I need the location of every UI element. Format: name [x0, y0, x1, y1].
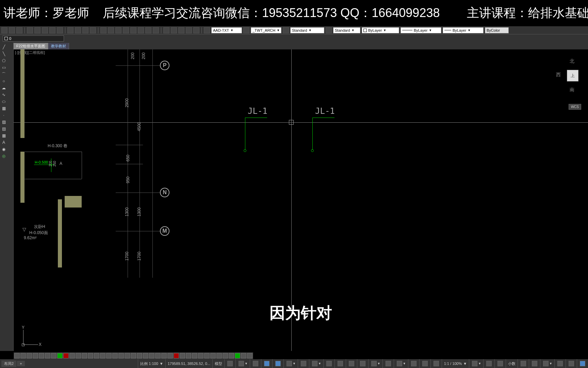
palette-icon[interactable]: [143, 353, 148, 358]
palette-icon[interactable]: [94, 353, 99, 358]
tb-icon[interactable]: [153, 27, 159, 33]
tb-icon[interactable]: [186, 27, 192, 33]
viewcube-top-face[interactable]: 上: [567, 70, 578, 81]
palette-icon[interactable]: [216, 353, 222, 358]
palette-icon[interactable]: [137, 353, 142, 358]
palette-icon[interactable]: [14, 353, 20, 358]
drawing-tab[interactable]: F22给排水平面图: [14, 43, 48, 49]
palette-icon[interactable]: [27, 353, 32, 358]
text-tool-icon[interactable]: A: [1, 139, 7, 145]
viewcube-west[interactable]: 西: [556, 72, 561, 78]
tb-icon[interactable]: [1, 27, 7, 33]
model-viewport[interactable]: [-][俯视][二维线框] 北 西 南 上 WCS P N M: [14, 49, 588, 351]
mlstyle-dropdown[interactable]: Standard▼: [333, 27, 360, 33]
status-icon[interactable]: [301, 361, 306, 366]
layer-dropdown[interactable]: 0: [3, 35, 64, 42]
revcloud-tool-icon[interactable]: ☁: [1, 85, 7, 91]
status-icon[interactable]: [397, 361, 402, 366]
status-icon[interactable]: [371, 361, 377, 366]
spline-tool-icon[interactable]: ∿: [1, 92, 7, 98]
dimstyle-dropdown[interactable]: _TWT_ARCH▼: [251, 27, 281, 33]
status-icon[interactable]: [434, 361, 439, 366]
pline-tool-icon[interactable]: ╲: [1, 51, 7, 57]
palette-icon[interactable]: [223, 353, 228, 358]
status-icon[interactable]: [411, 361, 416, 366]
palette-icon[interactable]: [39, 353, 44, 358]
palette-icon[interactable]: [118, 353, 124, 358]
gear-icon[interactable]: [472, 361, 477, 366]
lineweight-toggle-icon[interactable]: [338, 361, 343, 366]
palette-icon[interactable]: [161, 353, 167, 358]
customize-icon[interactable]: [580, 361, 585, 366]
model-toggle[interactable]: 模型: [212, 359, 224, 368]
wcs-label[interactable]: WCS: [569, 104, 581, 110]
palette-icon[interactable]: [155, 353, 161, 358]
palette-icon[interactable]: [167, 353, 173, 358]
palette-icon[interactable]: [241, 353, 246, 358]
gradient-tool-icon[interactable]: ◉: [1, 146, 7, 152]
status-icon[interactable]: [326, 361, 332, 366]
palette-icon[interactable]: [125, 353, 130, 358]
palette-icon[interactable]: [247, 353, 252, 358]
ortho-toggle-icon[interactable]: [253, 361, 258, 366]
palette-icon[interactable]: [106, 353, 112, 358]
transparency-toggle-icon[interactable]: [349, 361, 354, 366]
viewcube-south[interactable]: 南: [570, 87, 574, 93]
palette-icon[interactable]: [174, 353, 179, 358]
tb-icon[interactable]: [42, 27, 48, 33]
tablestyle-icon[interactable]: [283, 27, 289, 33]
palette-icon[interactable]: [235, 353, 240, 358]
polar-toggle-icon[interactable]: [264, 361, 270, 366]
textstyle-dropdown[interactable]: AAD-TXT▼: [211, 27, 242, 33]
palette-icon[interactable]: [192, 353, 197, 358]
palette-icon[interactable]: [210, 353, 216, 358]
palette-icon[interactable]: [186, 353, 191, 358]
status-icon[interactable]: [569, 361, 574, 366]
tb-icon[interactable]: [171, 27, 177, 33]
palette-icon[interactable]: [76, 353, 81, 358]
textstyle-icon[interactable]: [204, 27, 210, 33]
linetype-dropdown[interactable]: ByLayer▼: [401, 27, 441, 33]
viewcube-north[interactable]: 北: [570, 58, 574, 64]
grid-toggle-icon[interactable]: [227, 361, 233, 366]
otrack-toggle-icon[interactable]: [287, 361, 292, 366]
viewcube[interactable]: 北 西 南 上: [551, 60, 581, 90]
region-tool-icon[interactable]: ▤: [1, 126, 7, 132]
hatch-tool-icon[interactable]: ▨: [1, 119, 7, 125]
rect-tool-icon[interactable]: ▭: [1, 64, 7, 71]
plotstyle-dropdown[interactable]: ByColor: [485, 27, 509, 33]
palette-icon[interactable]: [51, 353, 56, 358]
palette-icon[interactable]: [57, 353, 63, 358]
units-display[interactable]: 小数: [506, 359, 518, 368]
layout-tab[interactable]: 布局2: [1, 361, 16, 367]
osnap-toggle-icon[interactable]: [275, 361, 281, 366]
table-tool-icon[interactable]: ▦: [1, 133, 7, 139]
block-tool-icon[interactable]: ▦: [1, 105, 7, 111]
palette-icon[interactable]: [63, 353, 69, 358]
layout-tab-add[interactable]: +: [17, 361, 24, 366]
status-icon[interactable]: [422, 361, 428, 366]
mlstyle-icon[interactable]: [326, 27, 332, 33]
tb-icon[interactable]: [100, 27, 107, 33]
viewport-label[interactable]: [-][俯视][二维线框]: [15, 50, 45, 55]
tb-icon[interactable]: [123, 27, 129, 33]
tb-icon[interactable]: [16, 27, 22, 33]
status-icon[interactable]: [557, 361, 563, 366]
arc-tool-icon[interactable]: ⌒: [1, 71, 7, 77]
tb-icon[interactable]: [108, 27, 114, 33]
tb-icon[interactable]: [178, 27, 184, 33]
tb-icon[interactable]: [115, 27, 121, 33]
tb-icon[interactable]: [193, 27, 199, 33]
color-dropdown[interactable]: ByLayer▼: [362, 27, 399, 33]
tb-icon[interactable]: [145, 27, 151, 33]
palette-icon[interactable]: [180, 353, 185, 358]
tb-icon[interactable]: [57, 27, 63, 33]
palette-icon[interactable]: [82, 353, 87, 358]
snap-toggle-icon[interactable]: [239, 361, 244, 366]
palette-icon[interactable]: [229, 353, 234, 358]
status-icon[interactable]: [312, 361, 317, 366]
tb-icon[interactable]: [138, 27, 144, 33]
addselected-tool-icon[interactable]: ◎: [1, 153, 7, 159]
palette-icon[interactable]: [69, 353, 75, 358]
lineweight-dropdown[interactable]: ByLayer▼: [443, 27, 484, 33]
